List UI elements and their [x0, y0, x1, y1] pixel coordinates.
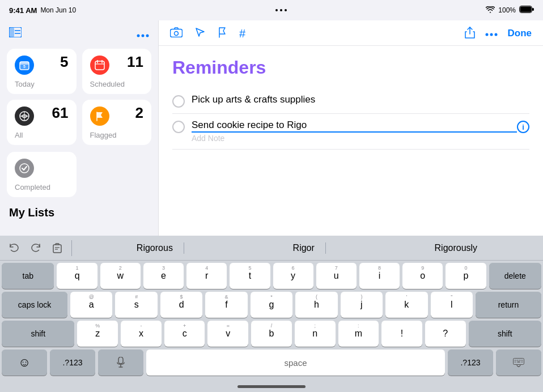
scheduled-count: 11	[127, 54, 143, 69]
completed-label: Completed	[15, 183, 69, 191]
wifi-icon	[486, 6, 495, 15]
key-return[interactable]: return	[476, 292, 541, 318]
smart-list-today[interactable]: 5 5 Today	[7, 49, 77, 94]
key-hide-keyboard[interactable]	[496, 350, 541, 376]
reminder-info-button[interactable]: i	[517, 121, 529, 133]
key-s[interactable]: # s	[115, 292, 157, 318]
key-w[interactable]: 2 w	[100, 263, 141, 289]
key-f[interactable]: & f	[205, 292, 247, 318]
autocomplete-actions	[6, 240, 66, 257]
key-g[interactable]: * g	[251, 292, 292, 318]
svg-point-22	[20, 164, 29, 173]
key-tab[interactable]: tab	[2, 263, 54, 289]
scheduled-icon	[90, 56, 109, 75]
key-numbers[interactable]: .?123	[50, 350, 95, 376]
suggestion-rigorous[interactable]: Rigorous	[125, 241, 184, 255]
key-y[interactable]: 6 y	[273, 263, 313, 289]
svg-point-9	[146, 34, 149, 37]
svg-rect-3	[9, 27, 14, 37]
key-t[interactable]: 5 t	[230, 263, 270, 289]
key-p[interactable]: 0 p	[446, 263, 486, 289]
more-icon[interactable]	[485, 28, 498, 39]
key-numbers-right[interactable]: .?123	[448, 350, 493, 376]
key-k[interactable]: ' k	[385, 292, 427, 318]
smart-lists-grid: 5 5 Today 11 Scheduled	[7, 49, 151, 145]
completed-card[interactable]: Completed	[7, 152, 77, 197]
keyboard-rows: tab 1 q 2 w 3 e 4 r 5 t 6	[0, 261, 543, 381]
key-o[interactable]: 9 o	[402, 263, 443, 289]
key-r[interactable]: 4 r	[186, 263, 227, 289]
suggestion-rigorously[interactable]: Rigorously	[423, 241, 489, 255]
key-b[interactable]: / b	[251, 321, 292, 347]
add-note-text[interactable]: Add Note	[192, 134, 224, 143]
key-m[interactable]: : m	[338, 321, 379, 347]
all-icon	[15, 106, 34, 126]
done-button[interactable]: Done	[508, 28, 532, 39]
svg-rect-2	[520, 7, 531, 12]
key-question[interactable]: ?	[425, 321, 466, 347]
undo-icon[interactable]	[6, 240, 23, 257]
key-i[interactable]: 8 i	[359, 263, 400, 289]
reminder-item-1[interactable]: Pick up arts & crafts supplies	[172, 88, 529, 114]
smart-list-flagged[interactable]: 2 Flagged	[82, 100, 152, 145]
reminders-title: Reminders	[172, 57, 529, 78]
svg-point-24	[175, 32, 179, 36]
svg-rect-32	[118, 357, 123, 364]
reminder-checkbox-1[interactable]	[172, 95, 185, 108]
key-h[interactable]: ( h	[295, 292, 337, 318]
completed-icon	[15, 159, 34, 178]
key-e[interactable]: 3 e	[143, 263, 184, 289]
flag-icon[interactable]	[218, 27, 227, 40]
key-z[interactable]: % z	[77, 321, 118, 347]
suggestion-rigor[interactable]: Rigor	[282, 241, 326, 255]
key-q[interactable]: 1 q	[57, 263, 97, 289]
smart-list-scheduled[interactable]: 11 Scheduled	[82, 49, 152, 94]
key-u[interactable]: 7 u	[316, 263, 357, 289]
status-bar: 9:41 AM Mon Jun 10 100%	[0, 0, 543, 20]
all-count: 61	[52, 105, 69, 120]
share-icon[interactable]	[465, 26, 475, 41]
autocomplete-suggestions: Rigorous Rigor Rigorously	[77, 241, 537, 255]
sidebar-toggle-icon[interactable]	[9, 26, 22, 41]
key-shift-right[interactable]: shift	[469, 321, 541, 347]
hash-icon[interactable]: #	[239, 27, 245, 40]
key-a[interactable]: @ a	[70, 292, 112, 318]
smart-list-all[interactable]: 61 All	[7, 100, 77, 145]
reminder-text-1: Pick up arts & crafts supplies	[192, 94, 529, 105]
reminder-item-2[interactable]: Send cookie recipe to Rigo i Add Note	[172, 114, 529, 150]
key-capslock[interactable]: caps lock	[2, 292, 67, 318]
svg-point-26	[485, 33, 488, 36]
location-arrow-icon[interactable]	[195, 27, 205, 40]
key-x[interactable]: - x	[121, 321, 162, 347]
status-right: 100%	[486, 6, 534, 15]
keyboard-container: Rigorous Rigor Rigorously tab 1 q 2 w 3 …	[0, 236, 543, 392]
status-date: Mon Jun 10	[40, 6, 76, 14]
key-shift-left[interactable]: shift	[2, 321, 74, 347]
all-label: All	[15, 131, 69, 139]
svg-rect-29	[53, 245, 61, 253]
svg-point-27	[490, 33, 493, 36]
redo-icon[interactable]	[27, 240, 44, 257]
svg-rect-23	[171, 29, 183, 37]
clipboard-icon[interactable]	[49, 240, 66, 257]
key-mic[interactable]	[98, 350, 143, 376]
key-emoji[interactable]: ☺	[2, 350, 47, 376]
reminder-checkbox-2[interactable]	[172, 121, 185, 133]
svg-rect-14	[95, 61, 104, 70]
reminder-text-2: Send cookie recipe to Rigo	[192, 120, 517, 133]
my-lists-heading: My Lists	[7, 204, 151, 220]
key-space[interactable]: space	[146, 350, 445, 376]
key-n[interactable]: ; n	[295, 321, 336, 347]
key-c[interactable]: + c	[164, 321, 205, 347]
key-exclamation[interactable]: !	[381, 321, 422, 347]
key-row-2: caps lock @ a # s $ d & f * g (	[2, 292, 541, 318]
key-j[interactable]: ) j	[341, 292, 383, 318]
scheduled-label: Scheduled	[90, 80, 144, 88]
key-v[interactable]: = v	[207, 321, 248, 347]
key-delete[interactable]: delete	[489, 263, 541, 289]
camera-icon[interactable]	[170, 27, 183, 40]
sidebar-more-icon[interactable]	[137, 27, 149, 40]
key-l[interactable]: " l	[431, 292, 473, 318]
key-d[interactable]: $ d	[160, 292, 202, 318]
key-row-3: shift % z - x + c = v / b ;	[2, 321, 541, 347]
